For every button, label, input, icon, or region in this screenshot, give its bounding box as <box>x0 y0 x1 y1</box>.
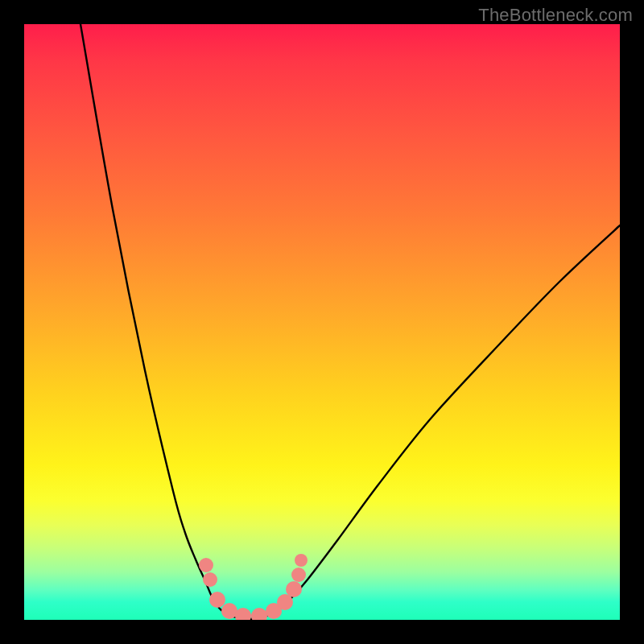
valley-dot <box>235 608 251 620</box>
valley-dot <box>291 568 306 582</box>
curve-line <box>80 24 620 619</box>
valley-dot <box>209 592 225 608</box>
valley-dot <box>203 572 217 587</box>
bottleneck-curve <box>24 24 620 620</box>
valley-dot <box>251 608 267 620</box>
watermark-text: TheBottleneck.com <box>478 5 633 26</box>
valley-dot <box>221 603 237 619</box>
plot-area <box>24 24 620 620</box>
valley-dot <box>295 554 308 567</box>
valley-dot <box>199 558 213 572</box>
valley-dot <box>286 581 302 597</box>
valley-dots <box>199 554 308 620</box>
